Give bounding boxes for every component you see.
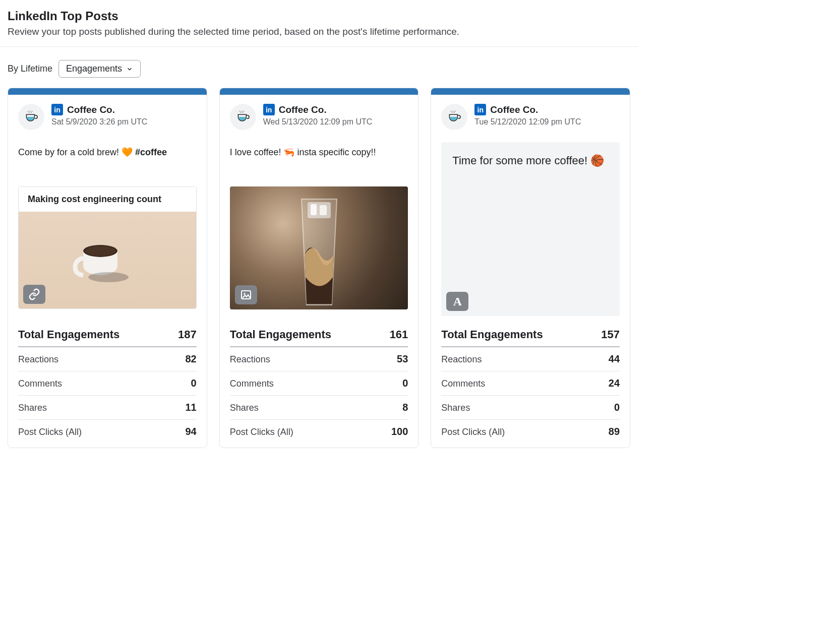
company-avatar (441, 104, 467, 130)
image-icon (240, 289, 252, 301)
company-name: Coffee Co. (67, 104, 115, 115)
metric-reactions: Reactions82 (18, 347, 197, 371)
link-icon (28, 288, 40, 300)
page-subtitle: Review your top posts published during t… (8, 26, 630, 37)
metric-comments: Comments0 (230, 371, 408, 396)
linkedin-badge-icon: in (51, 104, 63, 115)
coffee-cup-icon (23, 109, 39, 125)
metric-reactions: Reactions44 (441, 347, 620, 371)
post-metrics: Total Engagements187 Reactions82 Comment… (18, 326, 197, 437)
post-metrics: Total Engagements161 Reactions53 Comment… (230, 326, 408, 437)
svg-point-0 (28, 111, 29, 112)
section-divider (0, 46, 638, 47)
link-preview-title: Making cost engineering count (19, 187, 196, 212)
svg-point-1 (30, 111, 31, 112)
card-accent-bar (220, 88, 418, 95)
chevron-down-icon (126, 66, 133, 73)
post-text-body: I love coffee! 🦐 insta specific copy!! (230, 147, 376, 157)
card-accent-bar (8, 88, 207, 95)
metric-total-engagements: Total Engagements161 (230, 326, 408, 347)
text-only-media: Time for some more coffee! 🏀 (441, 142, 620, 316)
company-avatar (18, 104, 44, 130)
company-name: Coffee Co. (279, 104, 327, 115)
linkedin-badge-icon: in (263, 104, 275, 115)
post-card: in Coffee Co. Tue 5/12/2020 12:09 pm UTC… (431, 88, 630, 448)
svg-point-10 (243, 111, 244, 112)
svg-rect-15 (320, 205, 327, 215)
svg-point-19 (453, 111, 454, 112)
post-header: in Coffee Co. Sat 5/9/2020 3:26 pm UTC (18, 104, 197, 130)
post-metrics: Total Engagements157 Reactions44 Comment… (441, 326, 620, 437)
svg-point-11 (240, 112, 241, 113)
dropdown-selected: Engagements (66, 64, 122, 74)
company-avatar (230, 104, 256, 130)
company-name: Coffee Co. (490, 104, 538, 115)
metric-shares: Shares8 (230, 396, 408, 420)
post-text: Come by for a cold brew! 🧡 #coffee (18, 146, 197, 186)
post-timestamp: Sat 5/9/2020 3:26 pm UTC (51, 117, 197, 127)
svg-point-12 (242, 112, 243, 113)
filter-row: By Lifetime Engagements (8, 60, 630, 78)
post-media[interactable]: Making cost engineering count (18, 186, 197, 309)
svg-point-20 (455, 111, 456, 112)
metric-post-clicks: Post Clicks (All)89 (441, 420, 620, 437)
post-card: in Coffee Co. Wed 5/13/2020 12:09 pm UTC… (219, 88, 419, 448)
svg-point-7 (88, 272, 129, 282)
post-media[interactable] (230, 186, 408, 309)
page-title: LinkedIn Top Posts (8, 9, 630, 23)
post-timestamp: Wed 5/13/2020 12:09 pm UTC (263, 117, 408, 127)
metric-total-engagements: Total Engagements157 (441, 326, 620, 347)
svg-point-8 (239, 111, 240, 112)
post-cards: in Coffee Co. Sat 5/9/2020 3:26 pm UTC C… (8, 88, 630, 448)
text-media-content: Time for some more coffee! 🏀 (452, 153, 609, 168)
svg-point-22 (454, 112, 455, 113)
metric-post-clicks: Post Clicks (All)94 (18, 420, 197, 437)
media-type-badge (235, 285, 257, 304)
card-accent-bar (431, 88, 630, 95)
text-icon: A (453, 295, 462, 308)
post-timestamp: Tue 5/12/2020 12:09 pm UTC (474, 117, 620, 127)
media-type-badge (23, 285, 45, 304)
svg-point-9 (241, 111, 242, 112)
coffee-cup-icon (446, 109, 462, 125)
linkedin-badge-icon: in (474, 104, 486, 115)
filter-label: By Lifetime (8, 64, 52, 74)
metric-comments: Comments24 (441, 371, 620, 396)
svg-point-3 (29, 112, 30, 113)
metric-post-clicks: Post Clicks (All)100 (230, 420, 408, 437)
metric-total-engagements: Total Engagements187 (18, 326, 197, 347)
post-card: in Coffee Co. Sat 5/9/2020 3:26 pm UTC C… (8, 88, 207, 448)
svg-point-6 (85, 246, 115, 256)
metric-reactions: Reactions53 (230, 347, 408, 371)
coffee-cup-icon (235, 109, 251, 125)
post-text: I love coffee! 🦐 insta specific copy!! (230, 146, 408, 186)
metric-shares: Shares11 (18, 396, 197, 420)
metric-comments: Comments0 (18, 371, 197, 396)
svg-point-18 (451, 111, 452, 112)
svg-point-2 (32, 111, 33, 112)
post-header: in Coffee Co. Wed 5/13/2020 12:09 pm UTC (230, 104, 408, 130)
post-header: in Coffee Co. Tue 5/12/2020 12:09 pm UTC (441, 104, 620, 130)
svg-point-21 (452, 112, 453, 113)
post-text-body: Come by for a cold brew! 🧡 (18, 147, 135, 157)
media-type-badge: A (446, 292, 468, 311)
svg-point-4 (31, 112, 32, 113)
post-hashtag: #coffee (135, 147, 167, 157)
svg-point-17 (244, 293, 246, 295)
post-media[interactable]: Time for some more coffee! 🏀 A (441, 142, 620, 316)
metric-dropdown[interactable]: Engagements (58, 60, 141, 78)
metric-shares: Shares0 (441, 396, 620, 420)
svg-rect-14 (311, 204, 317, 215)
